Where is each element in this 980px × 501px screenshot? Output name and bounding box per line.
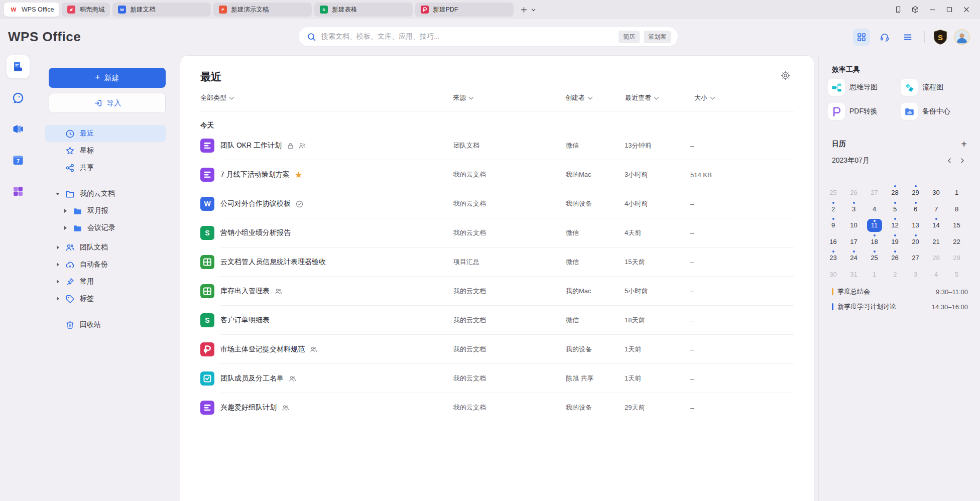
tool-item[interactable]: 流程图 [901,75,973,99]
next-month-icon[interactable] [956,156,969,166]
calendar-day[interactable]: 29 [946,250,967,267]
calendar-day[interactable]: 15 [946,217,967,234]
caret-right-icon[interactable] [54,245,61,249]
file-row[interactable]: 库存出入管理表 我的云文档 我的Mac 5小时前 – [180,277,814,306]
avatar[interactable] [954,29,970,45]
sidebar-item-tags[interactable]: 标签 [45,290,166,307]
import-button[interactable]: 导入 [49,93,166,113]
calendar-day[interactable]: 26 [843,185,864,201]
calendar-day[interactable]: 28 [885,185,905,201]
calendar-day[interactable]: 21 [926,234,946,250]
menu-icon[interactable] [899,29,916,46]
svip-badge-icon[interactable]: S [933,29,948,45]
window-tab[interactable]: 新建PDF [415,3,514,17]
calendar-day[interactable]: 2 [823,201,843,218]
calendar-day[interactable]: 4 [864,201,885,218]
window-tab[interactable]: P 新建演示文稿 [213,3,312,17]
calendar-day[interactable]: 6 [905,201,926,218]
tool-item[interactable]: 思维导图 [828,75,901,99]
event-item[interactable]: 新季度学习计划讨论 14:30–16:00 [832,299,968,314]
sidebar-item-frequent[interactable]: 常用 [45,273,166,290]
search-input[interactable]: 搜索文档、模板、文库、应用、技巧... 简历 策划案 [299,27,678,46]
window-tab[interactable]: W 新建文档 [112,3,211,17]
new-document-button[interactable]: + 新建 [49,68,166,88]
file-row[interactable]: S 营销小组业绩分析报告 我的云文档 微信 4天前 – [180,218,814,247]
mobile-link-icon[interactable] [890,0,907,19]
filter-all-types[interactable]: 全部类型 [200,93,233,102]
window-tab[interactable]: W WPS Office [4,3,59,17]
close-button[interactable] [958,0,975,19]
rail-chat-icon[interactable] [7,86,30,109]
caret-right-icon[interactable] [62,209,69,213]
window-tab[interactable]: 稻壳商城 [62,3,110,17]
file-row[interactable]: S 客户订单明细表 我的云文档 微信 18天前 – [180,306,814,335]
rail-apps-icon[interactable] [7,180,30,203]
calendar-day[interactable]: 7 [926,201,946,218]
workspace-box-icon[interactable] [907,0,924,19]
file-row[interactable]: 团队 OKR 工作计划 团队文档 微信 13分钟前 – [180,131,814,160]
calendar-day[interactable]: 3 [843,201,864,218]
calendar-day[interactable]: 5 [885,201,905,218]
caret-right-icon[interactable] [62,226,69,230]
calendar-day[interactable]: 19 [885,234,905,250]
sidebar-item-meeting-notes[interactable]: 会议记录 [45,219,166,236]
rail-calendar-icon[interactable]: 7 [7,149,30,172]
sidebar-item-trash[interactable]: 回收站 [45,316,166,333]
file-row[interactable]: 7 月线下活动策划方案 我的云文档 我的Mac 3小时前 514 KB [180,160,814,189]
calendar-day[interactable]: 5 [946,267,967,283]
sidebar-item-recent[interactable]: 最近 [45,125,166,142]
sidebar-item-starred[interactable]: 星标 [45,142,166,159]
file-row[interactable]: W 公司对外合作协议模板 我的云文档 我的设备 4小时前 – [180,189,814,218]
add-event-icon[interactable]: + [961,140,967,148]
search-tag-resume[interactable]: 简历 [619,31,640,43]
headset-support-icon[interactable] [876,29,893,46]
calendar-day[interactable]: 4 [926,267,946,283]
settings-gear-icon[interactable] [781,71,792,82]
filter-last-viewed[interactable]: 最近查看 [625,93,658,102]
calendar-day[interactable]: 12 [885,217,905,234]
calendar-day[interactable]: 17 [843,234,864,250]
sidebar-item-team-docs[interactable]: 团队文档 [45,239,166,256]
file-row[interactable]: 兴趣爱好组队计划 我的云文档 我的设备 29天前 – [180,393,814,422]
filter-creator[interactable]: 创建者 [565,93,592,102]
minimize-button[interactable] [924,0,941,19]
calendar-day[interactable]: 30 [823,267,843,283]
calendar-day[interactable]: 23 [823,250,843,267]
maximize-button[interactable] [941,0,958,19]
calendar-day[interactable]: 25 [823,185,843,201]
calendar-day[interactable]: 18 [864,234,885,250]
rail-meeting-icon[interactable] [7,117,30,141]
calendar-day[interactable]: 24 [843,250,864,267]
calendar-day[interactable]: 30 [926,185,946,201]
calendar-day[interactable]: 16 [823,234,843,250]
sidebar-item-bimonthly-report[interactable]: 双月报 [45,202,166,219]
calendar-day[interactable]: 1 [864,267,885,283]
file-row[interactable]: 云文档管人员信息统计表理器验收 项目汇总 微信 15天前 – [180,247,814,277]
prev-month-icon[interactable] [943,156,956,166]
file-row[interactable]: 市场主体登记提交材料规范 我的云文档 我的设备 1天前 – [180,335,814,364]
tab-list-dropdown[interactable] [530,5,537,15]
sidebar-item-my-cloud-docs[interactable]: 我的云文档 [45,185,166,202]
calendar-day[interactable]: 8 [946,201,967,218]
sidebar-item-auto-backup[interactable]: 自动备份 [45,256,166,273]
calendar-day[interactable]: 1 [946,185,967,201]
filter-size[interactable]: 大小 [694,93,714,102]
search-tag-plan[interactable]: 策划案 [644,31,671,43]
tool-item[interactable]: PDF转换 [828,99,901,123]
calendar-day[interactable]: 20 [905,234,926,250]
calendar-day[interactable]: 26 [885,250,905,267]
caret-right-icon[interactable] [54,280,61,284]
calendar-day[interactable]: 11 [864,217,885,234]
calendar-day[interactable]: 25 [864,250,885,267]
calendar-day[interactable]: 3 [905,267,926,283]
calendar-day[interactable]: 22 [946,234,967,250]
filter-source[interactable]: 来源 [453,93,473,102]
calendar-day[interactable]: 14 [926,217,946,234]
calendar-day[interactable]: 27 [864,185,885,201]
file-row[interactable]: 团队成员及分工名单 我的云文档 陈旭 共享 1天前 – [180,364,814,393]
tool-item[interactable]: 备份中心 [901,99,973,123]
calendar-day[interactable]: 29 [905,185,926,201]
calendar-day[interactable]: 27 [905,250,926,267]
caret-right-icon[interactable] [54,263,61,267]
caret-down-icon[interactable] [54,193,61,195]
